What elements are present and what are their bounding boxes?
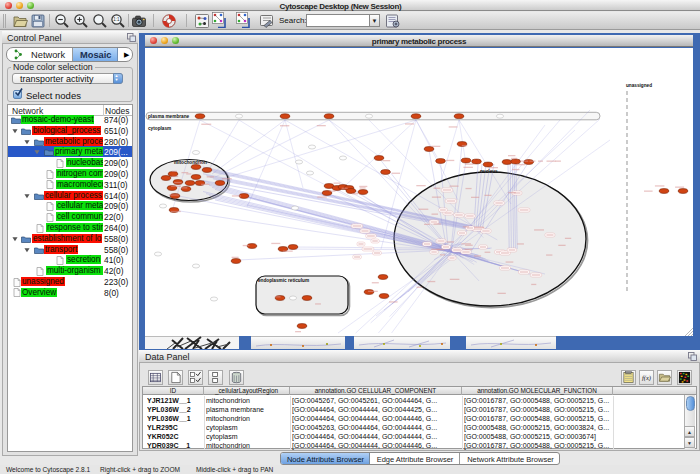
- svg-text:cytoplasm: cytoplasm: [148, 126, 171, 131]
- svg-text:1:1: 1:1: [113, 17, 120, 22]
- svg-text:plasma membrane: plasma membrane: [148, 114, 190, 119]
- svg-text:unassigned: unassigned: [626, 83, 652, 88]
- svg-text:endoplasmic reticulum: endoplasmic reticulum: [258, 278, 309, 283]
- svg-text:f(x): f(x): [642, 374, 651, 382]
- svg-text:nucleus: nucleus: [480, 169, 498, 174]
